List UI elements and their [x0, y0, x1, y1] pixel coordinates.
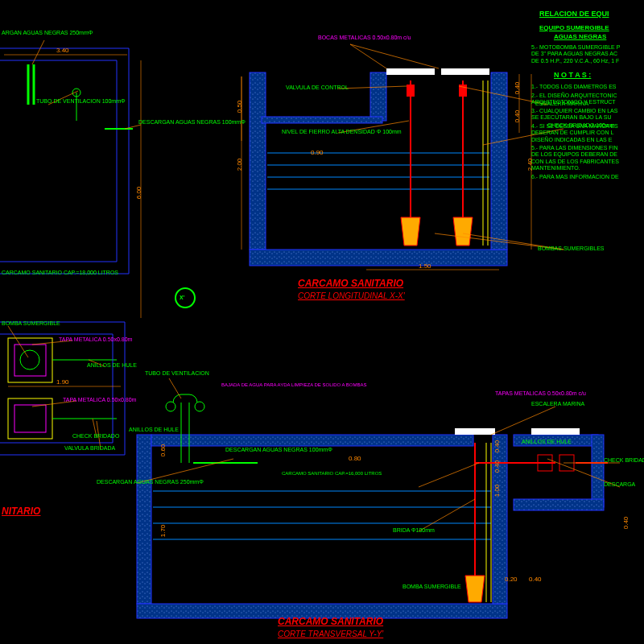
svg-rect-18: [370, 72, 386, 121]
note-1: 1.- TODOS LOS DIAMETROS ES: [531, 84, 617, 90]
svg-rect-15: [250, 72, 266, 250]
section-yy: [137, 394, 608, 618]
dim-600: 6.00: [135, 187, 142, 200]
title-xx-1: CARCAMO SANITARIO: [298, 278, 403, 289]
label-carcamo-cap2: CARCAMO SANITARIO CAP.=16,000 LITROS: [282, 471, 382, 476]
svg-rect-49: [151, 435, 473, 446]
dim-yy-040b: 0.40: [493, 460, 501, 473]
svg-rect-12: [14, 405, 46, 432]
svg-rect-21: [262, 117, 382, 123]
dim-xx-040b: 0.40: [514, 110, 521, 123]
label-anillos3: ANILLOS DE HULE: [522, 439, 572, 444]
svg-rect-17: [491, 72, 507, 250]
label-tapas: TAPAS METALICAS 0.50x0.80m c/u: [495, 390, 586, 396]
title-xx-2: CORTE LONGITUDINAL X-X': [298, 291, 405, 300]
label-descargan250: DESCARGAN AGUAS NEGRAS 250mmΦ: [97, 479, 204, 485]
svg-line-81: [8, 326, 28, 357]
svg-point-58: [195, 402, 204, 411]
equip-header: RELACION DE EQUI: [539, 10, 609, 18]
label-bomba: BOMBA SUMERGIBLE: [2, 320, 60, 326]
svg-rect-53: [531, 428, 580, 435]
label-alta-dens: NIVEL DE FIERRO ALTA DENSIDAD Φ 100mm: [282, 129, 402, 134]
label-tapa2: TAPA METALICA 0.50x0.80m: [63, 397, 136, 402]
svg-rect-54: [455, 428, 495, 435]
label-check3: CHECK BRIDADO: [604, 457, 644, 463]
cad-drawing-viewport: ARGAN AGUAS NEGRAS 250mmΦ 3.40 TUBO DE V…: [0, 0, 644, 644]
label-descargan3: DESCARGAN AGUAS NEGRAS 100mmΦ: [225, 447, 332, 452]
marker-x: X': [180, 295, 184, 300]
svg-line-33: [350, 44, 439, 68]
title-yy-2: CORTE TRANSVERSAL Y-Y': [278, 630, 383, 638]
dim-yy-170: 1.70: [159, 525, 167, 538]
label-check: CHECK BRIDADO: [72, 433, 119, 439]
title-yy-1: CARCAMO SANITARIO: [278, 616, 383, 627]
svg-line-75: [419, 463, 479, 487]
label-anillos2: ANILLOS DE HULE: [129, 427, 179, 432]
note-4: 4.- SI SE DESEA UNA MARCA ES DEBERAN DE …: [531, 123, 618, 143]
dim-340: 3.40: [56, 47, 69, 54]
dim-yy-020: 0.20: [505, 576, 518, 583]
svg-rect-51: [592, 435, 604, 507]
note-6: 6.- PARA MAS INFORMACION DE: [531, 174, 619, 180]
label-brida: BRIDA Φ100mm: [393, 527, 435, 533]
label-valv-ctrl: VALVULA DE CONTROL: [286, 85, 349, 90]
dim-xx-200: 2.00: [236, 159, 243, 171]
dim-xx-150: 1.50: [419, 262, 431, 270]
svg-rect-16: [250, 250, 507, 266]
label-descargan-top: ARGAN AGUAS NEGRAS 250mmΦ: [2, 30, 93, 35]
label-bombas-sum: BOMBAS SUMERGIBLES: [538, 246, 604, 251]
dim-xx-050: 0.50: [236, 101, 243, 114]
section-xx: [250, 68, 507, 266]
section-marker-x: [175, 288, 195, 308]
svg-point-57: [166, 402, 175, 411]
dim-yy-060: 0.60: [159, 444, 167, 457]
dim-yy-040c: 0.40: [529, 576, 542, 583]
dim-yy-040d: 0.40: [622, 517, 630, 530]
label-tubo-vent: TUBO DE VENTILACION 100mmΦ: [36, 98, 126, 104]
svg-rect-9: [14, 345, 46, 376]
label-carcamo-cap: CARCAMO SANITARIO CAP.=18,000 LITROS: [2, 270, 118, 275]
svg-line-73: [419, 499, 475, 531]
svg-line-32: [350, 44, 386, 68]
dim-yy-100: 1.00: [493, 485, 501, 497]
dim-190: 1.90: [56, 378, 69, 386]
label-bomba-sum2: BOMBA SUMERGIBLE: [402, 584, 461, 589]
label-valvula-brid: VALVULA BRIDADA: [64, 445, 115, 451]
dim-yy-080: 0.80: [349, 455, 361, 462]
plan-view: [0, 48, 133, 455]
svg-rect-52: [514, 499, 604, 510]
equip-sub1: EQUIPO SUMERGIBLE: [539, 24, 609, 31]
title-plan: NITARIO: [2, 506, 40, 517]
svg-rect-46: [137, 435, 151, 604]
label-descarga-r: DESCARGA: [604, 481, 635, 487]
dim-yy-040a: 0.40: [493, 440, 501, 453]
label-descargan-mid: DESCARGAN AGUAS NEGRAS 100mmΦ: [138, 119, 246, 125]
label-tapa: TAPA METALICA 0.50x0.80m: [59, 336, 132, 342]
equip-sub2: AGUAS NEGRAS: [554, 33, 606, 40]
svg-point-10: [20, 350, 39, 369]
svg-rect-20: [441, 68, 489, 75]
notas-header: N O T A S :: [554, 71, 591, 79]
dim-xx-090: 0.90: [311, 149, 324, 156]
svg-rect-28: [407, 85, 415, 97]
label-escalera2: ESCALERA MARINA: [531, 401, 584, 407]
note-3: 3.- CUALQUIER CAMBIO EN LAS SE EJECUTARA…: [531, 108, 617, 122]
dim-xx-040a: 0.40: [514, 82, 521, 95]
note-5: 5.- PARA LAS DIMENSIONES FIN DE LOS EQUI…: [531, 145, 619, 172]
label-bajada: BAJADA DE AGUA PARA AYDA LIMPIEZA DE SOL…: [221, 382, 367, 387]
label-bocas: BOCAS METALICAS 0.50x0.80m c/u: [318, 35, 411, 40]
svg-line-71: [169, 378, 181, 398]
equip-item: 5.- MOTOBOMBA SUMERGIBLE P DE 3" PARA AG…: [531, 44, 620, 64]
svg-rect-19: [386, 68, 435, 75]
label-anillos: ANILLOS DE HULE: [87, 362, 137, 368]
note-2: 2.- EL DISEÑO ARQUITECTONIC ARQUITECTONI…: [531, 93, 617, 106]
label-tubo-vent2: TUBO DE VENTILACION: [145, 370, 209, 376]
